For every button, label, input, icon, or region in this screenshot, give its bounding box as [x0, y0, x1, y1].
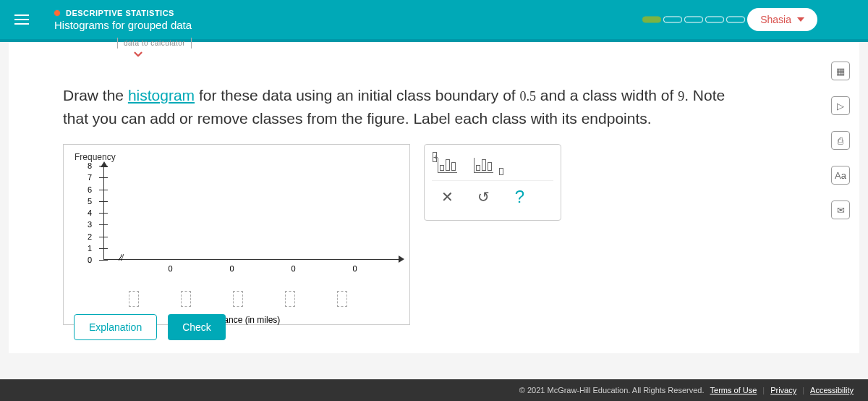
- y-tick: [99, 248, 108, 249]
- y-tick-label: 1: [88, 244, 92, 253]
- help-button[interactable]: ?: [509, 187, 530, 207]
- bar-value-label: 0: [229, 264, 234, 273]
- y-tick: [99, 177, 108, 178]
- instruction-fragment: Draw the: [63, 87, 128, 104]
- progress-segment: [663, 17, 682, 23]
- instruction-number: 9: [678, 89, 684, 104]
- y-tick: [99, 260, 108, 261]
- topic-label: Histograms for grouped data: [54, 19, 192, 31]
- header-titles: DESCRIPTIVE STATISTICS Histograms for gr…: [54, 9, 192, 31]
- instruction-number: 0.5: [520, 89, 537, 104]
- explanation-button[interactable]: Explanation: [74, 314, 157, 340]
- class-boundary-input[interactable]: [233, 291, 243, 307]
- histogram-add-icon: +: [438, 158, 457, 173]
- user-menu-button[interactable]: Shasia: [747, 8, 817, 31]
- y-tick-label: 4: [88, 208, 92, 217]
- calculator-tab: data to calculator: [117, 38, 192, 48]
- bars-container[interactable]: 0000: [140, 180, 386, 260]
- y-tick: [99, 166, 108, 166]
- y-tick-label: 6: [88, 185, 92, 194]
- progress-segment: [705, 17, 724, 23]
- y-axis-label: Frequency: [75, 152, 399, 162]
- y-tick-label: 8: [88, 161, 92, 170]
- tool-panel: + ✕ ↺ ?: [424, 144, 561, 221]
- axis-break-icon: ⫽: [116, 251, 124, 263]
- add-bar-tool[interactable]: +: [436, 158, 458, 174]
- action-buttons: Explanation Check: [74, 314, 226, 340]
- progress-bar: [642, 17, 745, 23]
- instruction-fragment: and a class width of: [536, 87, 678, 104]
- histogram-label-icon: [474, 158, 493, 173]
- privacy-link[interactable]: Privacy: [770, 386, 796, 394]
- separator: |: [762, 386, 765, 394]
- main-content: data to calculator Draw the histogram fo…: [9, 42, 859, 353]
- histogram-link[interactable]: histogram: [128, 87, 195, 104]
- x-axis-arrow-icon: [399, 256, 404, 263]
- progress-segment: [642, 17, 661, 23]
- accessibility-link[interactable]: Accessibility: [810, 386, 854, 394]
- y-tick: [99, 213, 108, 214]
- label-bar-tool[interactable]: [472, 158, 494, 174]
- app-header: DESCRIPTIVE STATISTICS Histograms for gr…: [0, 0, 868, 42]
- play-icon[interactable]: ▷: [831, 96, 850, 115]
- hamburger-menu-icon[interactable]: [14, 14, 29, 25]
- histogram-chart[interactable]: Frequency ⫽ 012345678 0000 Distance (in …: [63, 144, 410, 325]
- y-tick: [99, 224, 108, 225]
- bar-value-label: 0: [291, 264, 295, 273]
- x-axis-inputs: [129, 291, 400, 307]
- terms-link[interactable]: Terms of Use: [710, 386, 757, 394]
- instruction-fragment: for these data using an initial class bo…: [195, 87, 519, 104]
- progress-segment: [684, 17, 703, 23]
- class-boundary-input[interactable]: [285, 291, 295, 307]
- calculator-icon[interactable]: ▦: [831, 62, 850, 80]
- book-icon[interactable]: ⎙: [831, 131, 850, 150]
- y-tick-label: 0: [88, 256, 92, 264]
- y-tick-label: 5: [88, 197, 92, 206]
- chart-axes: ⫽ 012345678 0000 Distance (in miles): [89, 166, 400, 274]
- check-button[interactable]: Check: [168, 314, 226, 340]
- expand-tab-button[interactable]: [132, 48, 145, 64]
- progress-segment: [726, 17, 745, 23]
- user-name: Shasia: [760, 14, 791, 25]
- separator: |: [802, 386, 804, 394]
- y-tick: [99, 201, 108, 202]
- font-size-icon[interactable]: Aa: [831, 166, 850, 185]
- class-boundary-input[interactable]: [181, 291, 191, 307]
- side-toolbar: ▦ ▷ ⎙ Aa ✉: [831, 62, 850, 219]
- y-tick: [99, 190, 108, 190]
- class-boundary-input[interactable]: [337, 291, 347, 307]
- y-tick: [99, 237, 108, 237]
- bar-value-label: 0: [168, 264, 172, 273]
- bar-value-label: 0: [352, 264, 357, 273]
- footer: © 2021 McGraw-Hill Education. All Rights…: [0, 379, 868, 401]
- y-tick-label: 7: [88, 173, 92, 182]
- y-tick-label: 2: [88, 232, 92, 241]
- copyright-text: © 2021 McGraw-Hill Education. All Rights…: [519, 386, 705, 394]
- category-label: DESCRIPTIVE STATISTICS: [54, 9, 192, 17]
- undo-button[interactable]: ↺: [472, 188, 494, 206]
- mail-icon[interactable]: ✉: [831, 200, 850, 219]
- clear-button[interactable]: ✕: [436, 188, 458, 206]
- y-tick-label: 3: [88, 220, 92, 229]
- instruction-text: Draw the histogram for these data using …: [63, 84, 750, 130]
- class-boundary-input[interactable]: [129, 291, 139, 307]
